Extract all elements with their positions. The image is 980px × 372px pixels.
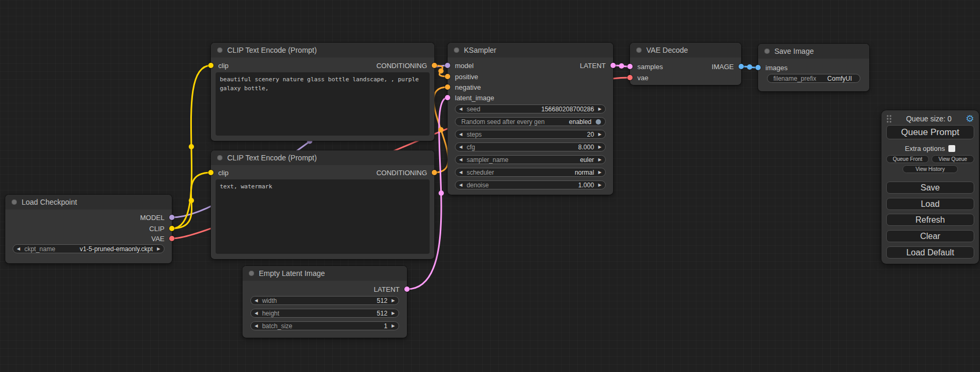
image-output-port[interactable] [739,64,744,69]
extra-options-checkbox[interactable] [948,145,955,152]
vae-input-slot[interactable]: vae [630,73,648,82]
load-default-button[interactable]: Load Default [886,246,974,259]
node-load-checkpoint[interactable]: Load Checkpoint MODEL CLIP VAE ckpt_name… [5,195,172,263]
node-ksampler[interactable]: KSampler model positive negative latent_… [448,43,613,195]
model-input-slot[interactable]: model [448,61,473,70]
increment-arrow-icon[interactable] [598,170,601,175]
decrement-arrow-icon[interactable] [459,170,462,175]
collapse-dot-icon[interactable] [636,47,642,53]
positive-prompt-textarea[interactable]: beautiful scenery nature glass bottle la… [216,72,430,136]
collapse-dot-icon[interactable] [217,155,222,160]
node-title-bar[interactable]: Load Checkpoint [5,195,172,209]
decrement-arrow-icon[interactable] [255,324,258,328]
collapse-dot-icon[interactable] [12,199,17,205]
conditioning-output-slot[interactable]: CONDITIONING [376,61,434,70]
model-output-slot[interactable]: MODEL [140,213,172,222]
vae-output-slot[interactable]: VAE [151,234,172,243]
queue-menu-panel[interactable]: Queue size: 0 ⚙ Queue Prompt Extra optio… [881,110,979,264]
latent-image-input-slot[interactable]: latent_image [448,93,494,102]
negative-input-slot[interactable]: negative [448,83,481,91]
increment-arrow-icon[interactable] [392,311,395,316]
latent-image-input-port[interactable] [445,95,450,100]
latent-output-slot[interactable]: LATENT [374,285,407,293]
refresh-button[interactable]: Refresh [886,214,974,226]
model-output-port[interactable] [169,215,174,220]
node-clip-text-encode-positive[interactable]: CLIP Text Encode (Prompt) clip CONDITION… [211,43,434,141]
comfyui-canvas[interactable]: { "colors": { "model": "#B39DDB", "clip"… [0,0,980,372]
decrement-arrow-icon[interactable] [459,132,462,137]
conditioning-output-slot[interactable]: CONDITIONING [376,168,434,177]
increment-arrow-icon[interactable] [598,158,601,162]
decrement-arrow-icon[interactable] [255,311,258,316]
node-title-bar[interactable]: Save Image [758,44,869,59]
sampler-name-widget[interactable]: sampler_name euler [455,155,606,164]
toggle-knob-icon[interactable] [596,119,601,125]
negative-prompt-textarea[interactable]: text, watermark [216,179,430,254]
decrement-arrow-icon[interactable] [255,299,258,303]
conditioning-output-port[interactable] [432,170,437,175]
increment-arrow-icon[interactable] [157,247,160,251]
collapse-dot-icon[interactable] [217,47,222,53]
model-input-port[interactable] [445,63,450,68]
vae-output-port[interactable] [169,236,174,241]
decrement-arrow-icon[interactable] [459,145,462,149]
clip-output-slot[interactable]: CLIP [149,224,172,233]
node-save-image[interactable]: Save Image images filename_prefix ComfyU… [758,44,869,91]
cfg-widget[interactable]: cfg 8.000 [455,142,606,151]
decrement-arrow-icon[interactable] [459,158,462,162]
clip-input-port[interactable] [208,170,214,175]
denoise-widget[interactable]: denoise 1.000 [455,180,606,189]
negative-input-port[interactable] [445,84,450,90]
drag-handle[interactable] [886,115,892,123]
queue-prompt-button[interactable]: Queue Prompt [886,125,974,139]
collapse-dot-icon[interactable] [249,271,254,276]
decrement-arrow-icon[interactable] [17,247,20,251]
node-title-bar[interactable]: VAE Decode [630,43,741,58]
node-empty-latent-image[interactable]: Empty Latent Image LATENT width 512 heig… [242,266,407,338]
latent-output-port[interactable] [610,63,616,68]
node-title-bar[interactable]: CLIP Text Encode (Prompt) [211,150,434,165]
filename-prefix-widget[interactable]: filename_prefix ComfyUI [767,74,860,83]
clip-input-port[interactable] [208,63,214,68]
increment-arrow-icon[interactable] [392,324,395,328]
latent-output-port[interactable] [404,287,410,292]
increment-arrow-icon[interactable] [392,299,395,303]
clip-input-slot[interactable]: clip [211,61,229,70]
node-title-bar[interactable]: CLIP Text Encode (Prompt) [211,43,434,58]
load-button[interactable]: Load [886,198,974,210]
increment-arrow-icon[interactable] [598,183,601,187]
positive-input-slot[interactable]: positive [448,72,478,81]
conditioning-output-port[interactable] [432,63,437,68]
seed-widget[interactable]: seed 156680208700286 [455,104,606,113]
clip-output-port[interactable] [169,226,174,231]
positive-input-port[interactable] [445,74,450,79]
latent-output-slot[interactable]: LATENT [580,61,613,70]
increment-arrow-icon[interactable] [598,132,601,137]
clip-input-slot[interactable]: clip [211,168,229,177]
vae-input-port[interactable] [627,75,633,80]
batch-size-widget[interactable]: batch_size 1 [250,321,399,330]
node-clip-text-encode-negative[interactable]: CLIP Text Encode (Prompt) clip CONDITION… [211,150,434,259]
node-title-bar[interactable]: KSampler [448,43,613,58]
queue-front-button[interactable]: Queue Front [886,155,929,163]
settings-gear-icon[interactable]: ⚙ [966,114,974,123]
node-title-bar[interactable]: Empty Latent Image [242,266,407,281]
samples-input-slot[interactable]: samples [630,62,663,71]
samples-input-port[interactable] [627,64,633,69]
images-input-port[interactable] [755,65,761,70]
increment-arrow-icon[interactable] [598,107,601,111]
random-seed-toggle-widget[interactable]: Random seed after every gen enabled [455,117,606,126]
images-input-slot[interactable]: images [758,63,788,72]
height-widget[interactable]: height 512 [250,309,399,318]
steps-widget[interactable]: steps 20 [455,130,606,139]
view-queue-button[interactable]: View Queue [932,155,974,163]
decrement-arrow-icon[interactable] [459,183,462,187]
ckpt-name-widget[interactable]: ckpt_name v1-5-pruned-emaonly.ckpt [13,244,164,253]
decrement-arrow-icon[interactable] [459,107,462,111]
node-vae-decode[interactable]: VAE Decode samples vae IMAGE [630,43,741,85]
scheduler-widget[interactable]: scheduler normal [455,168,606,177]
increment-arrow-icon[interactable] [598,145,601,149]
collapse-dot-icon[interactable] [764,49,770,54]
width-widget[interactable]: width 512 [250,296,399,305]
view-history-button[interactable]: View History [903,165,958,173]
